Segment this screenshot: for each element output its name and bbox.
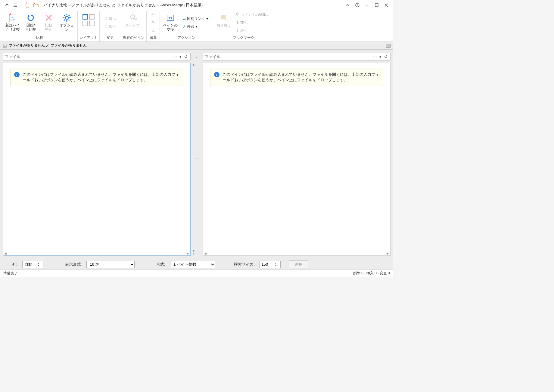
document-tab-title[interactable]: ファイルがありません と ファイルがありません bbox=[9, 43, 87, 48]
right-file-input-row: ⋯ ▾ ↺ bbox=[203, 53, 391, 60]
statusbar: 準備完了 削除 0 · 挿入 0 · 変更 0 bbox=[0, 270, 393, 277]
ribbon-group-layout: レイアウト bbox=[78, 11, 100, 42]
undo-button[interactable]: ↶ bbox=[150, 11, 157, 18]
search-size-spinner[interactable]: ▲▼ bbox=[260, 261, 281, 268]
bookmark-prev-button[interactable]: ↥ 前へ bbox=[234, 19, 271, 26]
format-label: 形式: bbox=[156, 262, 165, 267]
pane-layout-icon[interactable] bbox=[386, 44, 391, 48]
chevron-down-icon[interactable]: ▾ bbox=[378, 54, 383, 59]
sync-link-button[interactable]: ⇄ 同期リンク ▾ bbox=[181, 15, 210, 22]
group-label-compare: 比較 bbox=[36, 35, 43, 40]
right-pane-body[interactable]: i このペインにはファイルが読み込まれていません。ファイルを開くには、上部の入力… bbox=[203, 63, 391, 256]
svg-text:01: 01 bbox=[4, 45, 6, 47]
history-icon[interactable]: ↺ bbox=[383, 54, 388, 59]
svg-point-7 bbox=[65, 16, 68, 19]
svg-rect-0 bbox=[26, 3, 29, 7]
v-scrollbar[interactable]: ▲▼≡ bbox=[391, 63, 393, 256]
group-label-current-pane: 現在のペイン bbox=[123, 35, 145, 40]
binary-doc-icon: 01 bbox=[3, 44, 7, 48]
layout-button[interactable] bbox=[81, 11, 96, 34]
options-button[interactable]: オプション bbox=[58, 11, 76, 34]
minimize-button[interactable] bbox=[363, 1, 371, 9]
new-folder-icon[interactable] bbox=[32, 1, 40, 9]
stop-compare-button[interactable]: 比較 中止 bbox=[40, 11, 58, 34]
h-scrollbar[interactable]: ◀▶ bbox=[203, 251, 390, 255]
layout-icon bbox=[82, 12, 95, 26]
more-icon[interactable]: ⋯ bbox=[372, 54, 378, 59]
dot-icon: • bbox=[196, 55, 198, 60]
new-binary-compare-button[interactable]: 10111100 新規バイ ナリ比較 bbox=[4, 11, 21, 34]
svg-text:1011: 1011 bbox=[11, 17, 15, 19]
chevron-down-icon[interactable]: ▾ bbox=[178, 54, 183, 59]
search-size-label: 検索サイズ: bbox=[234, 262, 255, 267]
external-button[interactable]: ↗ 外部 ▾ bbox=[181, 23, 210, 30]
display-format-select[interactable]: 16 進 bbox=[86, 261, 135, 268]
dropdown-icon: ▾ bbox=[195, 24, 197, 29]
left-info-banner: i このペインにはファイルが読み込まれていません。ファイルを開くには、上部の入力… bbox=[10, 69, 183, 86]
new-file-icon[interactable] bbox=[23, 1, 32, 9]
arrow-up-icon: ↥ bbox=[104, 17, 107, 21]
format-select[interactable]: 1 バイト整数 bbox=[170, 261, 215, 268]
next-change-button[interactable]: ↧ 次へ bbox=[103, 23, 118, 30]
jump-button[interactable]: ジャンプ... bbox=[125, 11, 142, 34]
info-icon: i bbox=[14, 72, 20, 77]
link-icon: ⇄ bbox=[183, 17, 186, 21]
left-pane-body[interactable]: i このペインにはファイルが読み込まれていません。ファイルを開くには、上部の入力… bbox=[3, 63, 191, 256]
group-label-edit: 編集 bbox=[150, 35, 157, 40]
svg-text:?: ? bbox=[356, 4, 358, 7]
redo-icon: ↷ bbox=[151, 20, 154, 25]
close-button[interactable] bbox=[382, 1, 391, 9]
help-icon[interactable]: ? bbox=[353, 1, 362, 9]
warning-button[interactable]: ⚠ bbox=[150, 27, 157, 34]
bookmark-toggle-button[interactable]: ± 切り替え bbox=[215, 11, 232, 34]
ribbon-group-bookmark: ± 切り替え 🗨 コメントの編集... ↥ 前へ ↧ 次へ ブックマーク bbox=[213, 11, 274, 42]
document-tab-bar: 01 ファイルがありません と ファイルがありません bbox=[0, 42, 393, 50]
ribbon: 10111100 新規バイ ナリ比較 開始/ 再比較 比較 中止 bbox=[0, 10, 393, 42]
right-file-input[interactable] bbox=[205, 54, 372, 59]
group-label-bookmark: ブックマーク bbox=[233, 35, 254, 40]
bottom-controls: 列: ▲▼ 表示形式: 16 進 形式: 1 バイト整数 検索サイズ: ▲▼ 適… bbox=[0, 259, 393, 270]
v-scrollbar[interactable]: ▲▼≡ bbox=[191, 63, 196, 256]
arrow-up-icon: ↥ bbox=[236, 20, 239, 25]
h-scrollbar[interactable]: ◀▶ bbox=[3, 251, 190, 255]
columns-input[interactable] bbox=[23, 261, 38, 268]
dropdown-icon: ▾ bbox=[206, 17, 208, 21]
group-label-change: 変更 bbox=[107, 35, 114, 40]
ribbon-group-edit: ↶ ↷ ⚠ 編集 bbox=[147, 11, 160, 42]
left-file-input-row: ⋯ ▾ ↺ bbox=[3, 53, 191, 60]
more-icon[interactable]: ⋯ bbox=[172, 54, 178, 59]
history-icon[interactable]: ↺ bbox=[183, 54, 188, 59]
display-format-label: 表示形式: bbox=[65, 262, 82, 267]
group-label-action: アクション bbox=[177, 35, 195, 40]
left-file-input[interactable] bbox=[5, 54, 172, 59]
edit-comment-button[interactable]: 🗨 コメントの編集... bbox=[234, 11, 271, 18]
svg-point-8 bbox=[131, 15, 135, 19]
swap-panes-button[interactable]: ペインの 交換 bbox=[162, 11, 179, 34]
app-icon[interactable] bbox=[3, 1, 11, 9]
apply-button[interactable]: 適用 bbox=[289, 261, 308, 268]
group-label-layout: レイアウト bbox=[79, 35, 98, 40]
bookmark-next-button[interactable]: ↧ 次へ bbox=[234, 27, 271, 34]
gear-icon bbox=[62, 12, 71, 23]
columns-label: 列: bbox=[12, 262, 17, 267]
comment-icon: 🗨 bbox=[236, 13, 240, 17]
hamburger-menu-icon[interactable] bbox=[11, 1, 20, 9]
titlebar: バイナリ比較 – ファイルがありません と ファイルがありません – Araxi… bbox=[0, 0, 393, 10]
window-title: バイナリ比較 – ファイルがありません と ファイルがありません – Araxi… bbox=[44, 2, 344, 8]
binary-file-icon: 10111100 bbox=[8, 12, 17, 23]
svg-text:1100: 1100 bbox=[11, 19, 15, 21]
maximize-button[interactable] bbox=[372, 1, 381, 9]
collapse-ribbon-icon[interactable] bbox=[344, 1, 352, 9]
columns-spinner[interactable]: ▲▼ bbox=[22, 261, 43, 268]
status-ready: 準備完了 bbox=[3, 271, 18, 276]
recompare-button[interactable]: 開始/ 再比較 bbox=[22, 11, 39, 34]
info-icon: i bbox=[214, 72, 219, 77]
redo-button[interactable]: ↷ bbox=[150, 19, 157, 26]
prev-change-button[interactable]: ↥ 前へ bbox=[103, 15, 118, 22]
search-size-input[interactable] bbox=[260, 261, 275, 268]
compare-area: ⋯ ▾ ↺ i このペインにはファイルが読み込まれていません。ファイルを開くには… bbox=[0, 50, 393, 259]
warning-icon: ⚠ bbox=[151, 28, 155, 32]
external-icon: ↗ bbox=[183, 24, 186, 29]
left-pane: ⋯ ▾ ↺ i このペインにはファイルが読み込まれていません。ファイルを開くには… bbox=[3, 53, 191, 256]
undo-icon: ↶ bbox=[151, 13, 154, 17]
